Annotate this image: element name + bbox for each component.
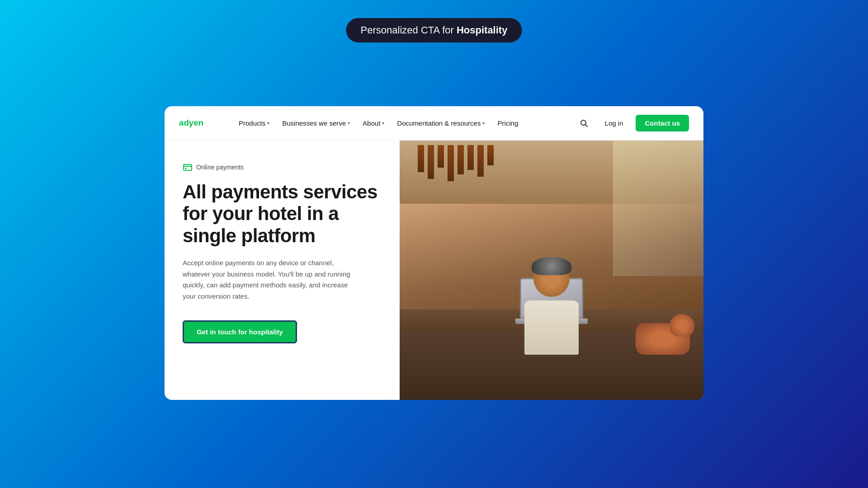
hero-image — [400, 141, 703, 400]
dog-head — [670, 314, 694, 337]
hero-title: All payments services for your hotel in … — [183, 181, 382, 247]
contact-label: Contact us — [645, 119, 680, 127]
nav-label-docs: Documentation & resources — [397, 119, 481, 127]
login-label: Log in — [605, 119, 623, 127]
banner-text-prefix: Personalized CTA for — [361, 24, 457, 36]
nav-label-products: Products — [239, 119, 265, 127]
chevron-down-icon: ▾ — [348, 121, 350, 126]
chevron-down-icon: ▾ — [267, 121, 269, 126]
nav-right: Log in Contact us — [576, 115, 689, 131]
nav-label-pricing: Pricing — [497, 119, 518, 127]
nav-links: Products ▾ Businesses we serve ▾ About ▾… — [233, 116, 561, 131]
online-payments-icon — [183, 162, 193, 172]
nav-item-docs[interactable]: Documentation & resources ▾ — [392, 116, 490, 131]
person — [524, 261, 579, 355]
get-in-touch-button[interactable]: Get in touch for hospitality — [183, 320, 297, 343]
contact-us-button[interactable]: Contact us — [636, 115, 689, 131]
adyen-logo[interactable]: adyen — [179, 116, 215, 131]
photo-scene — [400, 141, 703, 400]
navbar: adyen Products ▾ Businesses we serve ▾ A… — [165, 106, 703, 141]
cta-label: Get in touch for hospitality — [197, 328, 283, 336]
nav-item-pricing[interactable]: Pricing — [492, 116, 524, 131]
nav-item-about[interactable]: About ▾ — [357, 116, 390, 131]
background-bottles — [418, 145, 494, 181]
nav-label-about: About — [363, 119, 380, 127]
badge-text: Online payments — [196, 164, 244, 171]
svg-line-2 — [585, 124, 587, 127]
person-hair — [532, 257, 571, 275]
svg-rect-5 — [185, 168, 187, 169]
window-light — [613, 141, 703, 276]
person-torso — [524, 300, 579, 355]
content-area: Online payments All payments services fo… — [165, 141, 703, 400]
hero-description: Accept online payments on any device or … — [183, 258, 359, 302]
nav-item-products[interactable]: Products ▾ — [233, 116, 275, 131]
nav-item-businesses[interactable]: Businesses we serve ▾ — [277, 116, 355, 131]
svg-text:adyen: adyen — [179, 117, 203, 127]
login-button[interactable]: Log in — [599, 116, 629, 131]
dog — [631, 319, 694, 364]
person-head — [533, 261, 570, 297]
chevron-down-icon: ▾ — [382, 121, 384, 126]
search-button[interactable] — [576, 115, 592, 131]
svg-rect-3 — [184, 164, 192, 170]
banner-text-bold: Hospitality — [457, 24, 507, 36]
nav-label-businesses: Businesses we serve — [282, 119, 346, 127]
chevron-down-icon: ▾ — [482, 121, 485, 126]
main-card: adyen Products ▾ Businesses we serve ▾ A… — [165, 106, 703, 400]
hero-left: Online payments All payments services fo… — [165, 141, 400, 400]
personalization-banner: Personalized CTA for Hospitality — [346, 18, 522, 42]
badge: Online payments — [183, 162, 382, 172]
